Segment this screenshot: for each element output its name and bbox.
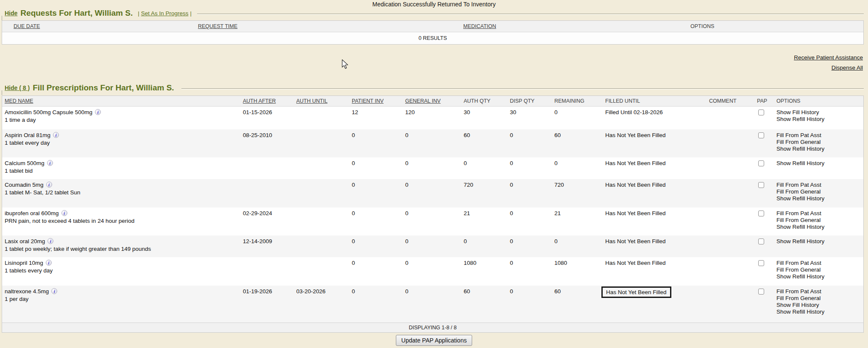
auth-after-value [240, 257, 294, 286]
auth-until-value [294, 257, 349, 286]
fill-section-legend: Hide ( 8 ) Fill Prescriptions For Hart, … [2, 83, 864, 93]
show-refill-history-link[interactable]: Show Refill History [776, 224, 863, 230]
prescription-row: naltrexone 4.5mg i 1 per day 01-19-2026 … [2, 286, 863, 323]
auth-qty-value: 21 [461, 208, 507, 236]
med-name: Aspirin Oral 81mg [5, 132, 50, 138]
show-fill-history-link[interactable]: Show Fill History [776, 109, 863, 116]
fill-from-general-link[interactable]: Fill From General [776, 267, 863, 273]
filled-until-cell: Filled Until 02-18-2026 [603, 107, 707, 129]
prescription-row: Lisinopril 10mg i 1 tablets every day 0 … [2, 257, 863, 286]
pap-checkbox[interactable] [758, 132, 764, 138]
pap-checkbox[interactable] [758, 182, 764, 188]
column-header-medication[interactable]: MEDICATION [463, 23, 496, 29]
med-name: Calcium 500mg [5, 160, 45, 166]
hide-requests-link[interactable]: Hide [5, 10, 17, 17]
options-cell: Show Fill HistoryShow Refill History [774, 107, 863, 129]
med-sig: 1 tablets every day [5, 267, 240, 274]
show-fill-history-link[interactable]: Show Fill History [776, 302, 863, 309]
options-cell: Show Refill History [774, 236, 863, 257]
show-refill-history-link[interactable]: Show Refill History [776, 160, 863, 167]
fill-from-pat-asst-link[interactable]: Fill From Pat Asst [776, 132, 863, 139]
column-header-auth-after[interactable]: AUTH AFTER [240, 96, 294, 106]
prescriptions-table: MED NAME AUTH AFTER AUTH UNTIL PATIENT I… [2, 95, 864, 333]
info-icon[interactable]: i [95, 109, 101, 115]
column-header-options: OPTIONS [690, 23, 714, 29]
pap-checkbox[interactable] [758, 160, 764, 166]
column-header-auth-qty: AUTH QTY [461, 96, 507, 106]
column-header-patient-inv[interactable]: PATIENT INV [349, 96, 403, 106]
pap-checkbox[interactable] [758, 210, 764, 216]
info-icon[interactable]: i [47, 238, 53, 244]
info-icon[interactable]: i [47, 160, 53, 166]
pap-cell [754, 179, 774, 208]
show-refill-history-link[interactable]: Show Refill History [776, 273, 863, 280]
fill-from-pat-asst-link[interactable]: Fill From Pat Asst [776, 210, 863, 217]
med-cell: Coumadin 5mg i 1 tablet M- Sat, 1/2 tabl… [2, 179, 240, 208]
remaining-value: 60 [552, 286, 603, 323]
receive-patient-assistance-link[interactable]: Receive Patient Assistance [794, 54, 863, 61]
med-name: Lasix oral 20mg [5, 238, 45, 244]
auth-until-value [294, 236, 349, 257]
info-icon[interactable]: i [51, 288, 57, 294]
show-refill-history-link[interactable]: Show Refill History [776, 195, 863, 202]
fill-from-general-link[interactable]: Fill From General [776, 295, 863, 302]
general-inv-value: 0 [403, 129, 461, 157]
disp-qty-value: 30 [507, 107, 552, 129]
dispense-all-link[interactable]: Dispense All [794, 65, 863, 71]
filled-until-cell: Has Not Yet Been Filled [603, 236, 707, 257]
remaining-value: 0 [552, 236, 603, 257]
column-header-disp-qty: DISP QTY [507, 96, 552, 106]
auth-after-value: 02-29-2024 [240, 208, 294, 236]
med-sig: 1 tablet every day [5, 140, 240, 146]
info-icon[interactable]: i [46, 182, 52, 188]
update-pap-applications-button[interactable]: Update PAP Applications [396, 335, 472, 346]
prescription-row: ibuprofen oral 600mg i PRN pain, not to … [2, 208, 863, 236]
options-cell: Show Refill History [774, 157, 863, 179]
general-inv-value: 120 [403, 107, 461, 129]
auth-until-value [294, 179, 349, 208]
fill-from-pat-asst-link[interactable]: Fill From Pat Asst [776, 288, 863, 295]
pap-checkbox[interactable] [758, 289, 764, 295]
fill-prescriptions-section: Hide ( 8 ) Fill Prescriptions For Hart, … [2, 83, 864, 333]
med-sig: 1 tablet M- Sat, 1/2 tablet Sun [5, 189, 240, 196]
set-as-in-progress-link[interactable]: Set As In Progress [141, 10, 189, 17]
column-header-general-inv[interactable]: GENERAL INV [403, 96, 461, 106]
fill-from-pat-asst-link[interactable]: Fill From Pat Asst [776, 182, 863, 188]
fill-from-general-link[interactable]: Fill From General [776, 217, 863, 224]
med-cell: Lasix oral 20mg i 1 tablet po weekly; ta… [2, 236, 240, 257]
column-header-request-time[interactable]: REQUEST TIME [198, 23, 237, 29]
pap-checkbox[interactable] [758, 260, 764, 266]
show-refill-history-link[interactable]: Show Refill History [776, 116, 863, 123]
show-refill-history-link[interactable]: Show Refill History [776, 309, 863, 315]
info-icon[interactable]: i [46, 260, 52, 266]
info-icon[interactable]: i [53, 132, 59, 138]
fill-from-general-link[interactable]: Fill From General [776, 139, 863, 146]
column-header-due-date[interactable]: DUE DATE [14, 23, 40, 29]
column-header-auth-until[interactable]: AUTH UNTIL [294, 96, 349, 106]
show-refill-history-link[interactable]: Show Refill History [776, 238, 863, 245]
med-sig: PRN pain, not to exceed 4 tablets in 24 … [5, 218, 240, 224]
comment-value [707, 208, 754, 236]
filled-until-value: Has Not Yet Been Filled [605, 260, 666, 266]
show-refill-history-link[interactable]: Show Refill History [776, 146, 863, 152]
hide-fill-prescriptions-link[interactable]: Hide ( 8 ) [5, 84, 30, 91]
patient-inv-value: 0 [349, 157, 403, 179]
disp-qty-value: 0 [507, 129, 552, 157]
prescription-row: Aspirin Oral 81mg i 1 tablet every day 0… [2, 129, 863, 157]
info-icon[interactable]: i [61, 210, 67, 216]
fill-from-pat-asst-link[interactable]: Fill From Pat Asst [776, 260, 863, 267]
fill-section-title: Fill Prescriptions For Hart, William S. [33, 83, 174, 93]
pap-checkbox[interactable] [758, 109, 764, 115]
fill-from-general-link[interactable]: Fill From General [776, 188, 863, 195]
requests-table: DUE DATE REQUEST TIME MEDICATION OPTIONS… [2, 20, 864, 45]
auth-qty-value: 60 [461, 129, 507, 157]
requests-section: Hide Requests For Hart, William S. | Set… [2, 8, 864, 45]
column-header-comment: COMMENT [707, 96, 754, 106]
patient-inv-value: 0 [349, 257, 403, 286]
general-inv-value: 0 [403, 286, 461, 323]
column-header-med-name[interactable]: MED NAME [2, 96, 240, 106]
med-name: Amoxicillin 500mg Capsule 500mg [5, 109, 92, 115]
pap-checkbox[interactable] [758, 239, 764, 244]
patient-inv-value: 0 [349, 129, 403, 157]
filled-until-value: Has Not Yet Been Filled [605, 210, 666, 216]
